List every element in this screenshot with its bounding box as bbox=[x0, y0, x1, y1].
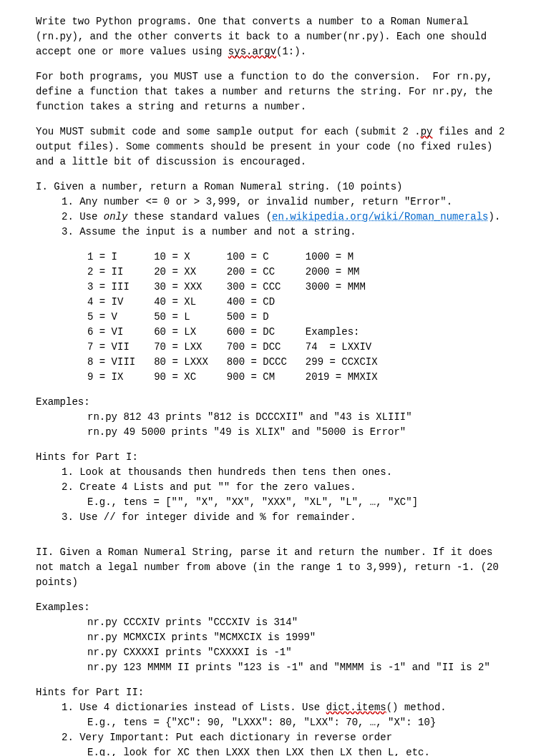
table-cell: 40 = XL bbox=[154, 295, 227, 310]
wikipedia-link[interactable]: en.wikipedia.org/wiki/Roman_numerals bbox=[272, 211, 488, 222]
table-cell: 6 = VI bbox=[87, 325, 154, 340]
table-cell: 20 = XX bbox=[154, 265, 227, 280]
table-cell: 700 = DCC bbox=[227, 340, 306, 355]
table-cell: 300 = CCC bbox=[227, 280, 306, 295]
table-cell: 1 = I bbox=[87, 250, 154, 265]
intro-paragraph-2: For both programs, you MUST use a functi… bbox=[36, 69, 515, 114]
table-row: 4 = IV40 = XL400 = CD bbox=[87, 295, 396, 310]
text: ). bbox=[489, 211, 501, 222]
table-cell: 1000 = M bbox=[306, 250, 396, 265]
table-cell: 100 = C bbox=[227, 250, 306, 265]
table-cell: 4 = IV bbox=[87, 295, 154, 310]
table-cell: 7 = VII bbox=[87, 340, 154, 355]
example-line: nr.py MCMXCIX prints "MCMXCIX is 1999" bbox=[36, 630, 515, 645]
only-text: only bbox=[104, 211, 128, 222]
table-row: 3 = III30 = XXX300 = CCC3000 = MMM bbox=[87, 280, 396, 295]
table-cell: 10 = X bbox=[154, 250, 227, 265]
part-ii-heading: II. Given a Roman Numeral String, parse … bbox=[36, 545, 515, 590]
part-i-item-2: 2. Use only these standard values (en.wi… bbox=[36, 210, 515, 225]
table-cell: 900 = CM bbox=[227, 370, 306, 385]
table-cell: 2000 = MM bbox=[306, 265, 396, 280]
example-line: rn.py 49 5000 prints "49 is XLIX" and "5… bbox=[36, 425, 515, 440]
table-row: 7 = VII70 = LXX700 = DCC74 = LXXIV bbox=[87, 340, 396, 355]
part-ii-hints: Hints for Part II: 1. Use 4 dictionaries… bbox=[36, 685, 515, 756]
text: 2. Use bbox=[62, 211, 104, 222]
table-cell: 3000 = MMM bbox=[306, 280, 396, 295]
table-row: 5 = V50 = L500 = D bbox=[87, 310, 396, 325]
table-cell: 80 = LXXX bbox=[154, 355, 227, 370]
hints-label: Hints for Part II: bbox=[36, 685, 515, 700]
hint-line: 2. Very Important: Put each dictionary i… bbox=[36, 730, 515, 745]
table-cell: 50 = L bbox=[154, 310, 227, 325]
example-line: nr.py CCCXIV prints "CCCXIV is 314" bbox=[36, 615, 515, 630]
table-cell: 600 = DC bbox=[227, 325, 306, 340]
example-line: nr.py CXXXXI prints "CXXXXI is -1" bbox=[36, 645, 515, 660]
part-i-examples: Examples: rn.py 812 43 prints "812 is DC… bbox=[36, 395, 515, 440]
intro-paragraph-1: Write two Python programs. One that conv… bbox=[36, 14, 515, 59]
table-cell: 2019 = MMXIX bbox=[306, 370, 396, 385]
table-row: 6 = VI60 = LX600 = DCExamples: bbox=[87, 325, 396, 340]
table-cell: 500 = D bbox=[227, 310, 306, 325]
roman-numeral-table: 1 = I10 = X100 = C1000 = M2 = II20 = XX2… bbox=[87, 250, 396, 385]
text: You MUST submit code and some sample out… bbox=[36, 126, 421, 137]
hints-label: Hints for Part I: bbox=[36, 450, 515, 465]
intro-paragraph-3: You MUST submit code and some sample out… bbox=[36, 124, 515, 170]
part-i-hints: Hints for Part I: 1. Look at thousands t… bbox=[36, 450, 515, 525]
table-cell: 2 = II bbox=[87, 265, 154, 280]
part-i-section: I. Given a number, return a Roman Numera… bbox=[36, 180, 515, 240]
table-cell: 299 = CCXCIX bbox=[306, 355, 396, 370]
table-row: 8 = VIII80 = LXXX800 = DCCC299 = CCXCIX bbox=[87, 355, 396, 370]
part-i-item-1: 1. Any number <= 0 or > 3,999, or invali… bbox=[36, 195, 515, 210]
examples-label: Examples: bbox=[36, 395, 515, 410]
text: 1. Use 4 dictionaries instead of Lists. … bbox=[62, 702, 326, 713]
table-cell: Examples: bbox=[306, 325, 396, 340]
table-cell: 30 = XXX bbox=[154, 280, 227, 295]
table-cell: 400 = CD bbox=[227, 295, 306, 310]
table-cell: 74 = LXXIV bbox=[306, 340, 396, 355]
hint-line-eg: E.g., tens = ["", "X", "XX", "XXX", "XL"… bbox=[36, 495, 515, 510]
table-cell bbox=[306, 310, 396, 325]
table-cell: 90 = XC bbox=[154, 370, 227, 385]
table-cell: 800 = DCCC bbox=[227, 355, 306, 370]
example-line: nr.py 123 MMMM II prints "123 is -1" and… bbox=[36, 660, 515, 675]
hint-line: 3. Use // for integer divide and % for r… bbox=[36, 510, 515, 525]
py-text: py bbox=[421, 126, 433, 137]
hint-line-eg: E.g., look for XC then LXXX then LXX the… bbox=[36, 745, 515, 756]
part-ii-examples: Examples: nr.py CCCXIV prints "CCCXIV is… bbox=[36, 600, 515, 675]
sysargv-text: sys.argv bbox=[228, 46, 276, 57]
example-line: rn.py 812 43 prints "812 is DCCCXII" and… bbox=[36, 410, 515, 425]
table-cell: 70 = LXX bbox=[154, 340, 227, 355]
hint-line: 1. Look at thousands then hundreds then … bbox=[36, 465, 515, 480]
text: () method. bbox=[386, 702, 447, 713]
hint-line-eg: E.g., tens = {"XC": 90, "LXXX": 80, "LXX… bbox=[36, 715, 515, 730]
table-row: 1 = I10 = X100 = C1000 = M bbox=[87, 250, 396, 265]
table-cell: 200 = CC bbox=[227, 265, 306, 280]
table-cell: 5 = V bbox=[87, 310, 154, 325]
part-i-item-3: 3. Assume the input is a number and not … bbox=[36, 225, 515, 240]
table-cell bbox=[306, 295, 396, 310]
table-cell: 60 = LX bbox=[154, 325, 227, 340]
table-row: 2 = II20 = XX200 = CC2000 = MM bbox=[87, 265, 396, 280]
table-cell: 3 = III bbox=[87, 280, 154, 295]
hint-line: 2. Create 4 Lists and put "" for the zer… bbox=[36, 480, 515, 495]
text: (1:). bbox=[276, 46, 306, 57]
dictitems-text: dict.items bbox=[326, 702, 386, 713]
assignment-document: Write two Python programs. One that conv… bbox=[0, 0, 551, 756]
table-cell: 9 = IX bbox=[87, 370, 154, 385]
hint-line: 1. Use 4 dictionaries instead of Lists. … bbox=[36, 700, 515, 715]
examples-label: Examples: bbox=[36, 600, 515, 615]
table-cell: 8 = VIII bbox=[87, 355, 154, 370]
part-i-heading: I. Given a number, return a Roman Numera… bbox=[36, 180, 515, 195]
table-row: 9 = IX90 = XC900 = CM2019 = MMXIX bbox=[87, 370, 396, 385]
text: these standard values ( bbox=[127, 211, 272, 222]
